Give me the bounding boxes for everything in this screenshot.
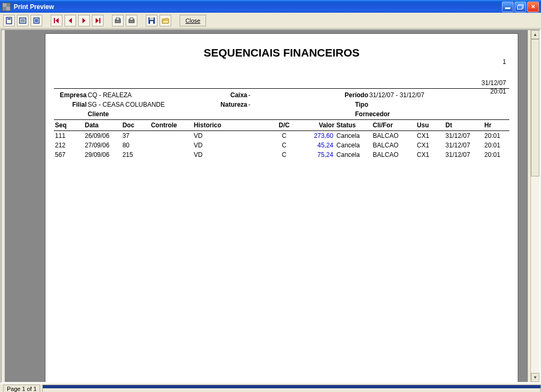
cell-dc: C	[272, 141, 297, 150]
open-button[interactable]	[160, 15, 171, 26]
scroll-up-button[interactable]: ▲	[531, 30, 539, 39]
window-title: Print Preview	[14, 3, 502, 11]
client-area: SEQUENCIAIS FINANCEIROS 1 31/12/07 20:01…	[1, 29, 540, 383]
prev-page-icon	[68, 18, 73, 23]
fornecedor-label: Fornecedor	[334, 110, 508, 118]
cell-valor: 273,60	[296, 131, 335, 141]
cell-usu: CX1	[416, 131, 444, 141]
tipo-value	[369, 100, 508, 109]
cell-hr: 20:01	[483, 131, 509, 141]
print-datetime: 31/12/07 20:01	[481, 79, 506, 96]
empresa-value: CQ - REALEZA	[88, 91, 209, 99]
cell-status: Cancela	[335, 131, 372, 141]
app-icon	[2, 3, 11, 11]
cell-dc: C	[272, 131, 297, 141]
col-doc: Doc	[122, 120, 150, 131]
cell-data: 29/09/06	[83, 150, 121, 160]
cell-seq: 111	[54, 131, 83, 141]
table-row: 21227/09/0680VDC45,24CancelaBALCAOCX131/…	[54, 141, 509, 150]
cell-dt: 31/12/07	[444, 131, 483, 141]
cell-historico: VD	[193, 141, 272, 150]
last-page-button[interactable]	[92, 15, 104, 26]
zoom-page-width-button[interactable]	[17, 15, 29, 26]
col-seq: Seq	[54, 120, 83, 131]
cell-clifor: BALCAO	[372, 150, 416, 160]
svg-rect-20	[150, 17, 154, 20]
close-window-button[interactable]: ✕	[527, 2, 539, 12]
cell-clifor: BALCAO	[372, 131, 416, 141]
page-viewport[interactable]: SEQUENCIAIS FINANCEIROS 1 31/12/07 20:01…	[5, 30, 528, 382]
cell-seq: 212	[54, 141, 83, 150]
printer-setup-icon	[114, 17, 122, 24]
cell-hr: 20:01	[483, 150, 509, 160]
scroll-down-button[interactable]: ▼	[531, 373, 539, 382]
col-data: Data	[83, 120, 121, 131]
first-page-icon	[54, 18, 59, 23]
cell-data: 26/09/06	[83, 131, 121, 141]
print-button[interactable]	[126, 15, 137, 26]
cell-controle	[150, 141, 193, 150]
status-main-panel	[42, 385, 541, 393]
cell-valor: 75,24	[296, 150, 335, 160]
cell-doc: 80	[122, 141, 150, 150]
next-page-icon	[81, 18, 87, 23]
save-button[interactable]	[146, 15, 157, 26]
empresa-label: Empresa	[55, 91, 87, 99]
col-usu: Usu	[416, 120, 444, 131]
tipo-label: Tipo	[334, 100, 368, 109]
natureza-label: Natureza	[210, 100, 247, 109]
cell-historico: VD	[193, 131, 272, 141]
cell-dt: 31/12/07	[444, 141, 483, 150]
report-page: SEQUENCIAIS FINANCEIROS 1 31/12/07 20:01…	[45, 33, 518, 383]
printer-icon	[128, 17, 135, 24]
zoom-whole-page-button[interactable]	[3, 15, 15, 26]
svg-rect-0	[6, 17, 12, 24]
svg-marker-9	[55, 18, 59, 23]
scroll-track[interactable]	[531, 39, 539, 373]
svg-marker-12	[96, 18, 99, 23]
col-dt: Dt	[444, 120, 483, 131]
cell-dt: 31/12/07	[444, 150, 483, 160]
toolbar: Close	[0, 13, 541, 29]
cell-controle	[150, 131, 193, 141]
svg-rect-18	[130, 18, 133, 20]
col-valor: Valor	[296, 120, 335, 131]
svg-marker-23	[162, 20, 169, 23]
print-date: 31/12/07	[481, 79, 506, 88]
page-width-icon	[19, 17, 26, 24]
report-header-table: Empresa CQ - REALEZA Caixa - Período 31/…	[54, 90, 509, 119]
next-page-button[interactable]	[78, 15, 90, 26]
prev-page-button[interactable]	[64, 15, 76, 26]
col-clifor: Cli/For	[372, 120, 416, 131]
minimize-button[interactable]	[502, 2, 514, 12]
cliente-label: Cliente	[88, 110, 209, 118]
first-page-button[interactable]	[51, 15, 62, 26]
cell-status: Cancela	[335, 150, 372, 160]
close-button[interactable]: Close	[180, 15, 206, 26]
svg-point-16	[119, 18, 121, 20]
restore-button[interactable]	[515, 2, 526, 12]
vertical-scrollbar[interactable]: ▲ ▼	[530, 30, 539, 382]
svg-rect-15	[116, 18, 119, 20]
svg-rect-13	[99, 18, 100, 23]
cell-doc: 37	[122, 131, 150, 141]
filial-label: Filial	[55, 100, 87, 109]
cell-doc: 215	[122, 150, 150, 160]
cell-hr: 20:01	[483, 141, 509, 150]
cell-historico: VD	[193, 150, 272, 160]
natureza-value: -	[248, 100, 333, 109]
window-control-group: ✕	[502, 2, 539, 12]
titlebar: Print Preview ✕	[0, 0, 541, 13]
statusbar: Page 1 of 1	[0, 384, 541, 392]
cell-valor: 45,24	[296, 141, 335, 150]
close-button-label: Close	[185, 17, 200, 24]
report-data-table: Seq Data Doc Controle Historico D/C Valo…	[54, 119, 509, 160]
cell-usu: CX1	[416, 150, 444, 160]
page-full-icon	[33, 17, 40, 24]
caixa-label: Caixa	[210, 91, 247, 99]
cell-dc: C	[272, 150, 297, 160]
print-setup-button[interactable]	[112, 15, 124, 26]
zoom-100-button[interactable]	[31, 15, 42, 26]
cell-usu: CX1	[416, 141, 444, 150]
scroll-thumb[interactable]	[531, 39, 539, 176]
